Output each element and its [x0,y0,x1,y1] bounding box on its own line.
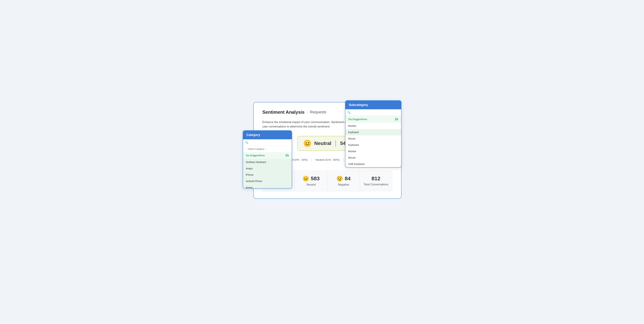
sentiment-label: Neutral [314,141,331,146]
subcategory-item-usb-keyboard[interactable]: USB Keyboard [346,161,401,167]
stat-negative-top: 😟 84 [336,175,350,182]
category-item-avaya2[interactable]: Avaya [243,184,292,188]
subcategory-item-keyboard2[interactable]: Keyboard [346,142,401,148]
category-search-bar[interactable]: 🔍 [243,139,292,146]
subcategory-item-mouse2[interactable]: Mouse [346,155,401,161]
category-header: Category [243,131,292,139]
subcategory-search-icon: 🔍 [348,111,350,114]
subcategory-zia-label: Zia Suggestions [348,118,367,121]
category-search-icon: 🔍 [245,141,248,144]
stat-total-top: 812 [372,175,380,181]
range-neutral: Neutral (31% - 60%) [316,158,340,161]
total-count: 812 [372,175,380,181]
stat-neutral: 😐 583 Neutral [295,171,328,191]
breadcrumb-separator: › [306,110,308,114]
category-item-iphone[interactable]: iPhone [243,172,292,178]
stat-neutral-top: 😐 583 [302,175,320,182]
category-item-avaya1[interactable]: Avaya [243,165,292,172]
category-dropdown[interactable]: Category 🔍 -- Select Category -- Zia Sug… [243,130,292,189]
range-div1: | [311,158,312,162]
category-item-placeholder[interactable]: -- Select Category -- [243,146,292,152]
category-search-input[interactable] [250,141,290,144]
category-item-android[interactable]: Android Phone [243,178,292,184]
subcategory-zia-icon: Ƶâ [395,118,398,121]
subcategory-search-input[interactable] [352,111,399,114]
negative-count: 84 [345,175,350,181]
range-div2: | [343,158,344,162]
subcategory-list: Zia Suggestions Ƶâ Monitor Keyboard Mous… [346,116,401,167]
page-title: Sentiment Analysis [262,110,304,115]
category-item-zia[interactable]: Zia Suggestions Ƶâ [243,152,292,159]
subcategory-item-zia[interactable]: Zia Suggestions Ƶâ [346,116,401,123]
total-label: Total Conversations [364,183,388,186]
category-list: -- Select Category -- Zia Suggestions Ƶâ… [243,146,292,188]
sentiment-divider [336,140,336,147]
subcategory-item-keyboard1[interactable]: Keyboard [346,129,401,135]
negative-emoji: 😟 [336,175,343,182]
neutral-count: 583 [311,175,320,181]
subcategory-item-mouse1[interactable]: Mouse [346,135,401,142]
category-zia-icon: Ƶâ [286,154,289,157]
subcategory-item-monitor1[interactable]: Monitor [346,123,401,129]
category-item-desktop[interactable]: Desktop Hardware [243,159,292,165]
subcategory-dropdown[interactable]: Subcategory 🔍 Zia Suggestions Ƶâ Monitor… [345,100,402,168]
subcategory-header: Subcategory [346,101,401,109]
stat-total: 812 Total Conversations [360,171,392,191]
breadcrumb-subtitle: Requests [310,110,326,114]
subcategory-search-bar[interactable]: 🔍 [346,109,401,116]
scene: Category 🔍 -- Select Category -- Zia Sug… [243,100,402,224]
negative-label: Negative [338,183,349,186]
subcategory-item-monitor2[interactable]: Monitor [346,148,401,155]
category-zia-label: Zia Suggestions [246,154,265,157]
sentiment-emoji: 😐 [303,140,312,147]
neutral-label: Neutral [306,183,316,186]
stat-negative: 😟 84 Negative [328,171,360,191]
neutral-emoji: 😐 [302,175,309,182]
